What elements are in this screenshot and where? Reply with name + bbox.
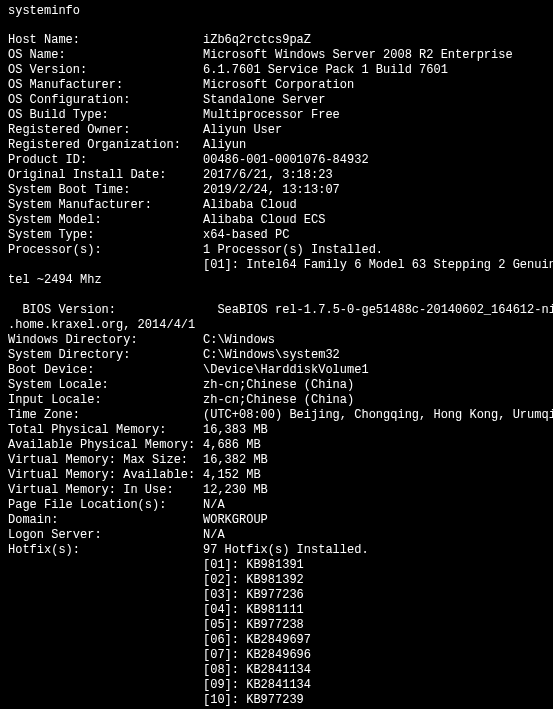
- info-value: (UTC+08:00) Beijing, Chongqing, Hong Kon…: [203, 408, 553, 422]
- info-row: Hotfix(s):97 Hotfix(s) Installed.: [8, 543, 545, 558]
- info-row: System Type:x64-based PC: [8, 228, 545, 243]
- hotfix-item: [07]: KB2849696: [8, 648, 545, 663]
- processor-wrap: tel ~2494 Mhz: [8, 273, 545, 288]
- info-row: Product ID:00486-001-0001076-84932: [8, 153, 545, 168]
- hotfix-item: [05]: KB977238: [8, 618, 545, 633]
- info-label: Windows Directory:: [8, 333, 203, 348]
- info-label: System Locale:: [8, 378, 203, 393]
- info-label: OS Version:: [8, 63, 203, 78]
- info-value: N/A: [203, 528, 225, 542]
- hotfix-item: [06]: KB2849697: [8, 633, 545, 648]
- bios-wrap: .home.kraxel.org, 2014/4/1: [8, 318, 545, 333]
- info-label: System Directory:: [8, 348, 203, 363]
- info-label: Registered Organization:: [8, 138, 203, 153]
- info-row: System Directory:C:\Windows\system32: [8, 348, 545, 363]
- info-value: 2017/6/21, 3:18:23: [203, 168, 333, 182]
- info-value: iZb6q2rctcs9paZ: [203, 33, 311, 47]
- systeminfo-block-2: Windows Directory:C:\WindowsSystem Direc…: [8, 333, 545, 558]
- info-label: System Model:: [8, 213, 203, 228]
- info-value: Microsoft Windows Server 2008 R2 Enterpr…: [203, 48, 513, 62]
- hotfix-item: [03]: KB977236: [8, 588, 545, 603]
- info-value: Aliyun: [203, 138, 246, 152]
- hotfix-item: [01]: KB981391: [8, 558, 545, 573]
- info-value: zh-cn;Chinese (China): [203, 393, 354, 407]
- processor-detail: [01]: Intel64 Family 6 Model 63 Stepping…: [8, 258, 545, 273]
- info-row: Registered Owner:Aliyun User: [8, 123, 545, 138]
- info-label: OS Name:: [8, 48, 203, 63]
- info-row: OS Version:6.1.7601 Service Pack 1 Build…: [8, 63, 545, 78]
- info-row: Logon Server:N/A: [8, 528, 545, 543]
- hotfix-item: [09]: KB2841134: [8, 678, 545, 693]
- info-row: OS Build Type:Multiprocessor Free: [8, 108, 545, 123]
- info-row: Boot Device:\Device\HarddiskVolume1: [8, 363, 545, 378]
- info-value: 16,383 MB: [203, 423, 268, 437]
- info-label: Logon Server:: [8, 528, 203, 543]
- info-value: x64-based PC: [203, 228, 289, 242]
- info-row: Page File Location(s):N/A: [8, 498, 545, 513]
- info-row: Registered Organization:Aliyun: [8, 138, 545, 153]
- info-value: Alibaba Cloud: [203, 198, 297, 212]
- hotfix-item: [08]: KB2841134: [8, 663, 545, 678]
- info-label: System Manufacturer:: [8, 198, 203, 213]
- info-label: Product ID:: [8, 153, 203, 168]
- info-value: 4,152 MB: [203, 468, 261, 482]
- info-row: OS Manufacturer:Microsoft Corporation: [8, 78, 545, 93]
- info-row: System Boot Time:2019/2/24, 13:13:07: [8, 183, 545, 198]
- bios-label: BIOS Version:: [22, 303, 217, 318]
- info-row: Virtual Memory: In Use:12,230 MB: [8, 483, 545, 498]
- info-label: System Boot Time:: [8, 183, 203, 198]
- info-label: Time Zone:: [8, 408, 203, 423]
- info-row: Windows Directory:C:\Windows: [8, 333, 545, 348]
- info-value: 4,686 MB: [203, 438, 261, 452]
- hotfix-list: [01]: KB981391[02]: KB981392[03]: KB9772…: [8, 558, 545, 709]
- info-row: Host Name:iZb6q2rctcs9paZ: [8, 33, 545, 48]
- info-value: C:\Windows: [203, 333, 275, 347]
- info-value: Alibaba Cloud ECS: [203, 213, 325, 227]
- info-label: OS Build Type:: [8, 108, 203, 123]
- info-label: Processor(s):: [8, 243, 203, 258]
- info-value: \Device\HarddiskVolume1: [203, 363, 369, 377]
- info-label: OS Manufacturer:: [8, 78, 203, 93]
- info-value: 97 Hotfix(s) Installed.: [203, 543, 369, 557]
- info-value: 00486-001-0001076-84932: [203, 153, 369, 167]
- hotfix-item: [02]: KB981392: [8, 573, 545, 588]
- info-value: Standalone Server: [203, 93, 325, 107]
- info-value: Multiprocessor Free: [203, 108, 340, 122]
- info-label: Available Physical Memory:: [8, 438, 203, 453]
- info-label: System Type:: [8, 228, 203, 243]
- info-value: WORKGROUP: [203, 513, 268, 527]
- info-label: Registered Owner:: [8, 123, 203, 138]
- info-row: System Locale:zh-cn;Chinese (China): [8, 378, 545, 393]
- info-row: Virtual Memory: Max Size:16,382 MB: [8, 453, 545, 468]
- info-label: Total Physical Memory:: [8, 423, 203, 438]
- info-value: zh-cn;Chinese (China): [203, 378, 354, 392]
- info-row: Original Install Date:2017/6/21, 3:18:23: [8, 168, 545, 183]
- info-label: Host Name:: [8, 33, 203, 48]
- command-line: systeminfo: [8, 4, 545, 19]
- info-value: Aliyun User: [203, 123, 282, 137]
- info-row: System Model:Alibaba Cloud ECS: [8, 213, 545, 228]
- info-row: OS Configuration:Standalone Server: [8, 93, 545, 108]
- info-label: Domain:: [8, 513, 203, 528]
- info-row: Domain:WORKGROUP: [8, 513, 545, 528]
- info-row: OS Name:Microsoft Windows Server 2008 R2…: [8, 48, 545, 63]
- info-row: System Manufacturer:Alibaba Cloud: [8, 198, 545, 213]
- info-label: Hotfix(s):: [8, 543, 203, 558]
- info-row: Processor(s):1 Processor(s) Installed.: [8, 243, 545, 258]
- info-value: Microsoft Corporation: [203, 78, 354, 92]
- info-row: Total Physical Memory:16,383 MB: [8, 423, 545, 438]
- info-label: Original Install Date:: [8, 168, 203, 183]
- info-row: Time Zone:(UTC+08:00) Beijing, Chongqing…: [8, 408, 545, 423]
- info-label: OS Configuration:: [8, 93, 203, 108]
- info-row: Input Locale:zh-cn;Chinese (China): [8, 393, 545, 408]
- hotfix-item: [10]: KB977239: [8, 693, 545, 708]
- systeminfo-block-1: Host Name:iZb6q2rctcs9paZOS Name:Microso…: [8, 33, 545, 258]
- info-label: Virtual Memory: In Use:: [8, 483, 203, 498]
- hotfix-item: [04]: KB981111: [8, 603, 545, 618]
- bios-value: SeaBIOS rel-1.7.5-0-ge51488c-20140602_16…: [217, 303, 553, 317]
- info-value: 1 Processor(s) Installed.: [203, 243, 383, 257]
- bios-row: BIOS Version:SeaBIOS rel-1.7.5-0-ge51488…: [8, 288, 545, 318]
- info-label: Input Locale:: [8, 393, 203, 408]
- info-value: 12,230 MB: [203, 483, 268, 497]
- info-value: N/A: [203, 498, 225, 512]
